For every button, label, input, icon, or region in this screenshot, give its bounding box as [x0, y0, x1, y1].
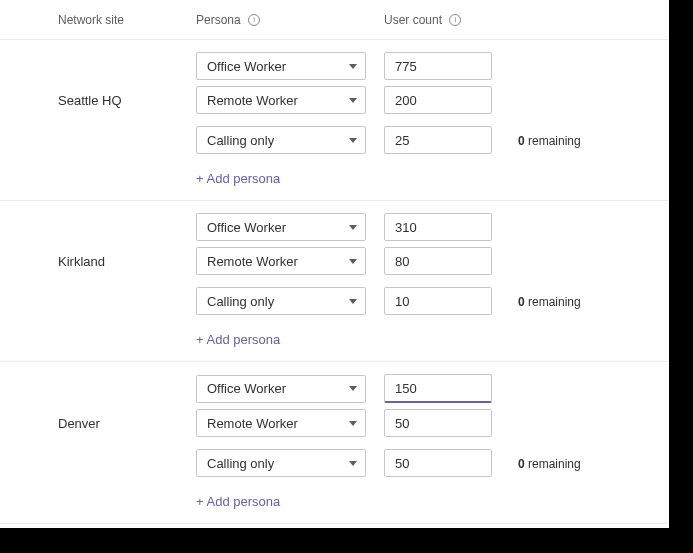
chevron-down-icon — [349, 98, 357, 103]
persona-select-label: Office Worker — [207, 220, 286, 235]
persona-select[interactable]: Calling only — [196, 449, 366, 477]
persona-row: Office Worker — [0, 362, 669, 403]
user-count-input[interactable] — [384, 126, 492, 154]
persona-select[interactable]: Office Worker — [196, 213, 366, 241]
persona-select[interactable]: Remote Worker — [196, 86, 366, 114]
persona-row: Calling only0 remaining — [0, 443, 669, 483]
chevron-down-icon — [349, 64, 357, 69]
add-persona-link[interactable]: + Add persona — [196, 163, 384, 198]
info-icon[interactable]: i — [248, 14, 260, 26]
header-user-count: User count i — [384, 13, 512, 27]
add-persona-row: + Add persona — [0, 321, 669, 361]
info-icon[interactable]: i — [449, 14, 461, 26]
persona-select[interactable]: Calling only — [196, 126, 366, 154]
persona-row: Office Worker — [0, 201, 669, 241]
persona-select[interactable]: Calling only — [196, 287, 366, 315]
table-header: Network site Persona i User count i — [0, 0, 669, 40]
user-count-input[interactable] — [384, 213, 492, 241]
add-persona-link[interactable]: + Add persona — [196, 324, 384, 359]
chevron-down-icon — [349, 259, 357, 264]
persona-select-label: Remote Worker — [207, 93, 298, 108]
user-count-input[interactable] — [384, 287, 492, 315]
chevron-down-icon — [349, 421, 357, 426]
chevron-down-icon — [349, 299, 357, 304]
persona-select[interactable]: Remote Worker — [196, 247, 366, 275]
user-count-input[interactable] — [384, 409, 492, 437]
persona-row: DenverRemote Worker — [0, 403, 669, 443]
persona-row: Calling only0 remaining — [0, 281, 669, 321]
persona-select-label: Calling only — [207, 456, 274, 471]
user-count-input[interactable] — [384, 374, 492, 403]
site-block: Office WorkerSeattle HQRemote WorkerCall… — [0, 40, 669, 201]
persona-select-label: Calling only — [207, 294, 274, 309]
persona-select-label: Office Worker — [207, 381, 286, 396]
persona-select-label: Remote Worker — [207, 254, 298, 269]
header-network-site: Network site — [0, 13, 196, 27]
add-persona-row: + Add persona — [0, 483, 669, 523]
add-persona-link[interactable]: + Add persona — [196, 486, 384, 521]
persona-select-label: Calling only — [207, 133, 274, 148]
user-count-input[interactable] — [384, 52, 492, 80]
site-name-cell: Denver — [0, 416, 196, 431]
persona-row: Office Worker — [0, 40, 669, 80]
chevron-down-icon — [349, 225, 357, 230]
header-persona-label: Persona — [196, 13, 241, 27]
persona-select-label: Office Worker — [207, 59, 286, 74]
header-user-count-label: User count — [384, 13, 442, 27]
network-planner-panel: Network site Persona i User count i Offi… — [0, 0, 669, 528]
site-block: Office WorkerKirklandRemote WorkerCallin… — [0, 201, 669, 362]
user-count-input[interactable] — [384, 449, 492, 477]
site-block: Office WorkerDenverRemote WorkerCalling … — [0, 362, 669, 524]
chevron-down-icon — [349, 386, 357, 391]
user-count-input[interactable] — [384, 247, 492, 275]
chevron-down-icon — [349, 461, 357, 466]
header-persona: Persona i — [196, 13, 384, 27]
persona-select[interactable]: Remote Worker — [196, 409, 366, 437]
site-name-cell: Kirkland — [0, 254, 196, 269]
persona-row: Seattle HQRemote Worker — [0, 80, 669, 120]
persona-row: Calling only0 remaining — [0, 120, 669, 160]
remaining-label: 0 remaining — [512, 457, 581, 471]
persona-select-label: Remote Worker — [207, 416, 298, 431]
site-name-cell: Seattle HQ — [0, 93, 196, 108]
persona-select[interactable]: Office Worker — [196, 52, 366, 80]
add-persona-row: + Add persona — [0, 160, 669, 200]
persona-row: KirklandRemote Worker — [0, 241, 669, 281]
chevron-down-icon — [349, 138, 357, 143]
remaining-label: 0 remaining — [512, 134, 581, 148]
remaining-label: 0 remaining — [512, 295, 581, 309]
persona-select[interactable]: Office Worker — [196, 375, 366, 403]
user-count-input[interactable] — [384, 86, 492, 114]
